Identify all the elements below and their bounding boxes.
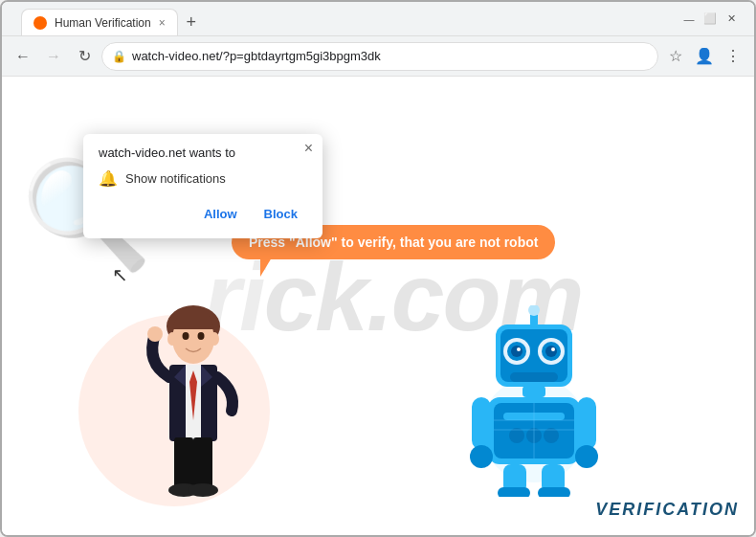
svg-point-2 [167,332,177,346]
svg-point-28 [551,347,555,351]
active-tab[interactable]: Human Verification × [21,9,178,35]
minimize-button[interactable]: — [681,11,697,27]
bookmark-button[interactable]: ☆ [662,43,689,70]
maximize-button[interactable]: ⬜ [702,11,718,27]
menu-button[interactable]: ⋮ [720,43,746,70]
forward-button[interactable]: → [40,43,67,70]
svg-point-3 [210,332,219,346]
svg-point-27 [517,347,521,351]
bell-icon: 🔔 [99,169,118,188]
popup-buttons: Allow Block [99,201,307,227]
svg-point-25 [511,346,523,357]
address-bar[interactable]: 🔒 watch-video.net/?p=gbtdayrtgm5gi3bpgm3… [101,42,658,71]
svg-point-13 [188,483,218,497]
svg-point-26 [545,346,557,357]
svg-point-38 [470,445,493,468]
svg-rect-43 [498,487,530,497]
person-figure [117,286,270,497]
robot-figure [467,305,601,497]
verification-label: VERIFICATION [595,500,739,520]
tab-close-button[interactable]: × [159,16,166,30]
window-action-controls: — ⬜ ✕ [681,11,739,27]
allow-button[interactable]: Allow [194,201,247,227]
notification-popup: × watch-video.net wants to 🔔 Show notifi… [83,134,322,238]
svg-rect-37 [472,397,491,450]
svg-point-9 [147,326,163,342]
block-button[interactable]: Block [255,201,307,227]
account-button[interactable]: 👤 [691,43,718,70]
lock-icon: 🔒 [112,50,126,63]
notification-row: 🔔 Show notifications [99,169,307,188]
mouse-cursor: ↖ [112,263,128,286]
back-button[interactable]: ← [10,43,36,70]
svg-rect-39 [577,397,596,450]
tab-title: Human Verification [55,16,151,30]
tab-bar: Human Verification × + [21,2,678,35]
tab-favicon [33,16,47,30]
svg-rect-44 [538,487,570,497]
toolbar: ← → ↻ 🔒 watch-video.net/?p=gbtdayrtgm5gi… [2,36,754,77]
svg-rect-10 [174,437,193,490]
title-bar: Human Verification × + — ⬜ ✕ [2,2,754,36]
new-tab-button[interactable]: + [178,9,205,35]
url-text: watch-video.net/?p=gbtdayrtgm5gi3bpgm3dk [132,49,648,63]
browser-window: Human Verification × + — ⬜ ✕ ← → ↻ 🔒 wat… [0,0,756,537]
svg-point-4 [183,332,189,340]
page-content: 🔍 rick.com × watch-video.net wants to 🔔 … [2,77,754,535]
svg-point-5 [198,332,205,340]
svg-rect-30 [523,386,545,397]
svg-point-40 [575,445,598,468]
svg-rect-29 [510,372,558,382]
close-button[interactable]: ✕ [723,11,739,27]
svg-point-20 [528,305,540,316]
popup-title: watch-video.net wants to [99,145,307,160]
toolbar-right: ☆ 👤 ⋮ [662,43,746,70]
refresh-button[interactable]: ↻ [71,43,98,70]
popup-close-button[interactable]: × [304,140,313,157]
notification-label: Show notifications [125,171,226,186]
svg-rect-11 [193,437,212,490]
